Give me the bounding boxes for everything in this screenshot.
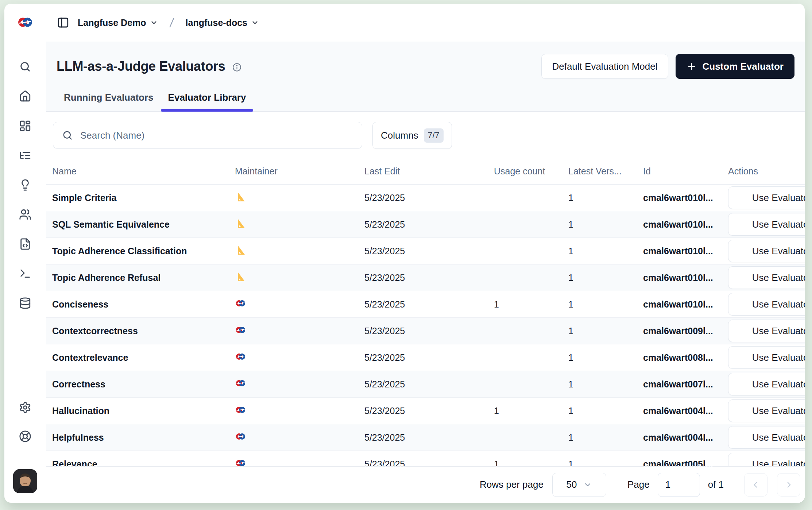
use-evaluator-button[interactable]: Use Evaluator (728, 346, 805, 369)
use-evaluator-button[interactable]: Use Evaluator (728, 426, 805, 449)
sidebar-toggle-icon[interactable] (57, 16, 70, 30)
ragas-maintainer-icon (235, 244, 246, 256)
id-cell: cmal6wart008l... (643, 352, 728, 363)
langfuse-maintainer-icon (235, 298, 246, 309)
home-icon[interactable] (19, 90, 31, 103)
last-edit-cell: 5/23/2025 (364, 193, 494, 203)
column-header-actions: Actions (728, 166, 805, 177)
columns-button[interactable]: Columns 7/7 (372, 122, 452, 149)
evaluator-name: Relevance (52, 459, 235, 467)
table-row: Contextrelevance 5/23/2025 1 cmal6wart00… (46, 344, 805, 371)
rows-per-page-select[interactable]: 50 (552, 473, 606, 497)
evaluation-icon[interactable] (19, 179, 31, 191)
users-icon[interactable] (19, 208, 31, 221)
langfuse-maintainer-icon (235, 324, 246, 336)
evaluator-name: Conciseness (52, 299, 235, 310)
page-number-input[interactable] (658, 473, 700, 497)
actions-cell: Use Evaluator (728, 346, 805, 369)
last-edit-cell: 5/23/2025 (364, 326, 494, 336)
prompts-icon[interactable] (19, 238, 31, 250)
support-icon[interactable] (19, 430, 31, 443)
maintainer-cell (235, 271, 364, 285)
datasets-icon[interactable] (19, 297, 31, 309)
next-page-button[interactable] (777, 473, 800, 497)
use-evaluator-button[interactable]: Use Evaluator (728, 293, 805, 316)
evaluator-name: Helpfulness (52, 432, 235, 443)
table-row: Hallucination 5/23/2025 1 1 cmal6wart004… (46, 398, 805, 424)
page-title: LLM-as-a-Judge Evaluators (57, 59, 225, 74)
info-icon[interactable] (232, 62, 242, 72)
last-edit-cell: 5/23/2025 (364, 352, 494, 363)
maintainer-cell (235, 378, 364, 391)
maintainer-cell (235, 404, 364, 418)
tracing-icon[interactable] (19, 149, 31, 162)
breadcrumb-project[interactable]: langfuse-docs (186, 18, 259, 28)
usage-count-cell: 1 (494, 406, 568, 416)
maintainer-cell (235, 298, 364, 311)
dashboards-icon[interactable] (19, 120, 31, 132)
breadcrumb-org[interactable]: Langfuse Demo (78, 18, 158, 28)
custom-evaluator-button[interactable]: Custom Evaluator (676, 54, 795, 79)
use-evaluator-button[interactable]: Use Evaluator (728, 399, 805, 422)
chevron-right-icon (784, 480, 793, 490)
latest-version-cell: 1 (568, 299, 643, 310)
latest-version-cell: 1 (568, 459, 643, 467)
tab-running-evaluators[interactable]: Running Evaluators (57, 92, 161, 111)
previous-page-button[interactable] (744, 473, 767, 497)
latest-version-cell: 1 (568, 219, 643, 230)
actions-cell: Use Evaluator (728, 399, 805, 422)
table-row: Contextcorrectness 5/23/2025 1 cmal6wart… (46, 318, 805, 344)
sidebar-bottom (13, 401, 37, 493)
last-edit-cell: 5/23/2025 (364, 432, 494, 443)
id-cell: cmal6wart004l... (643, 406, 728, 416)
use-evaluator-button[interactable]: Use Evaluator (728, 186, 805, 209)
table-row: Relevance 5/23/2025 1 1 cmal6wart005l...… (46, 451, 805, 466)
breadcrumb-project-label: langfuse-docs (186, 18, 247, 28)
ragas-maintainer-icon (235, 218, 246, 229)
last-edit-cell: 5/23/2025 (364, 273, 494, 283)
use-evaluator-button[interactable]: Use Evaluator (728, 373, 805, 395)
usage-count-cell: 1 (494, 459, 568, 467)
chevron-down-icon (583, 480, 592, 489)
table-header-row: Name Maintainer Last Edit Usage count La… (46, 158, 805, 185)
id-cell: cmal6wart009l... (643, 326, 728, 336)
use-evaluator-button[interactable]: Use Evaluator (728, 320, 805, 342)
latest-version-cell: 1 (568, 193, 643, 203)
id-cell: cmal6wart007l... (643, 379, 728, 390)
last-edit-cell: 5/23/2025 (364, 219, 494, 230)
id-cell: cmal6wart004l... (643, 432, 728, 443)
breadcrumb-org-label: Langfuse Demo (78, 18, 146, 28)
search-input[interactable] (80, 130, 353, 141)
use-evaluator-button[interactable]: Use Evaluator (728, 266, 805, 289)
use-evaluator-button[interactable]: Use Evaluator (728, 213, 805, 236)
actions-cell: Use Evaluator (728, 373, 805, 395)
maintainer-cell (235, 351, 364, 364)
main-content: Langfuse Demo langfuse-docs LLM-as-a-Jud… (46, 4, 805, 503)
last-edit-cell: 5/23/2025 (364, 459, 494, 467)
maintainer-cell (235, 244, 364, 258)
page-label: Page (627, 479, 650, 490)
id-cell: cmal6wart010l... (643, 299, 728, 310)
tab-evaluator-library[interactable]: Evaluator Library (161, 92, 254, 111)
topbar: Langfuse Demo langfuse-docs (46, 4, 805, 42)
playground-icon[interactable] (19, 267, 31, 280)
langfuse-maintainer-icon (235, 404, 246, 416)
use-evaluator-button[interactable]: Use Evaluator (728, 453, 805, 466)
settings-icon[interactable] (19, 401, 31, 414)
last-edit-cell: 5/23/2025 (364, 299, 494, 310)
sidebar-nav (19, 61, 31, 309)
chevron-left-icon (751, 480, 761, 490)
tabs: Running Evaluators Evaluator Library (57, 92, 794, 111)
evaluator-name: SQL Semantic Equivalence (52, 219, 235, 230)
sidebar (4, 4, 46, 503)
user-avatar[interactable] (13, 469, 37, 493)
chevron-down-icon (251, 19, 259, 27)
ragas-maintainer-icon (235, 191, 246, 202)
default-evaluation-model-button[interactable]: Default Evaluation Model (541, 54, 668, 79)
usage-count-cell: 1 (494, 299, 568, 310)
maintainer-cell (235, 191, 364, 205)
use-evaluator-button[interactable]: Use Evaluator (728, 240, 805, 262)
table-row: Conciseness 5/23/2025 1 1 cmal6wart010l.… (46, 291, 805, 318)
table-row: Correctness 5/23/2025 1 cmal6wart007l...… (46, 371, 805, 398)
search-icon[interactable] (19, 61, 31, 73)
